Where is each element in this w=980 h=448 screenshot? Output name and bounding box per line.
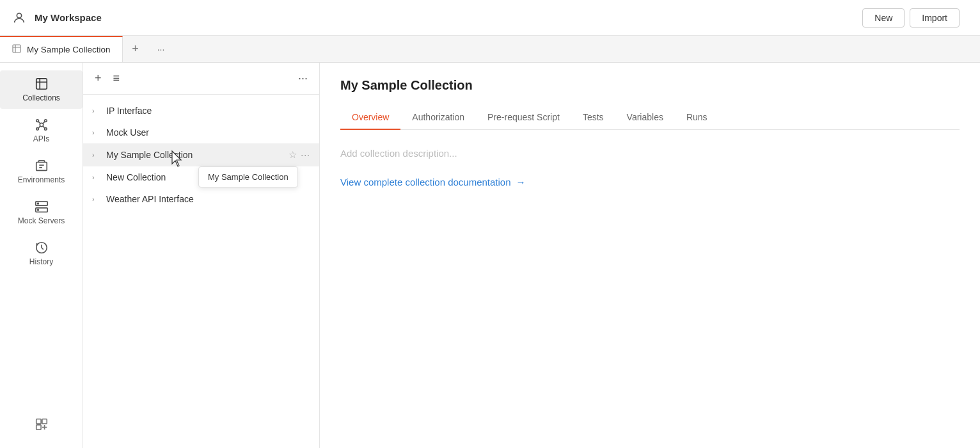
environments-icon bbox=[35, 159, 49, 173]
apis-icon bbox=[35, 118, 49, 132]
add-extension-icon bbox=[35, 417, 49, 431]
collections-more-button[interactable]: ··· bbox=[296, 69, 310, 88]
tab-overview[interactable]: Overview bbox=[340, 106, 400, 130]
content-body: Add collection description... View compl… bbox=[320, 130, 980, 448]
svg-line-9 bbox=[42, 122, 44, 124]
user-icon bbox=[10, 9, 28, 27]
collections-panel: + ≡ ··· › IP Interface › Mock User › My … bbox=[83, 63, 320, 448]
top-bar: My Workspace New Import bbox=[0, 0, 980, 36]
new-tab-button[interactable]: + bbox=[123, 36, 148, 62]
content-area: My Sample Collection Overview Authorizat… bbox=[320, 63, 980, 448]
svg-line-11 bbox=[42, 126, 44, 128]
add-extension-button[interactable] bbox=[0, 411, 83, 438]
main-layout: Collections APIs bbox=[0, 63, 980, 448]
tab-collection-icon bbox=[12, 44, 22, 56]
svg-point-4 bbox=[36, 120, 38, 122]
content-title: My Sample Collection bbox=[340, 78, 960, 93]
collection-more-button[interactable]: ··· bbox=[301, 150, 310, 160]
svg-line-8 bbox=[38, 122, 40, 124]
tab-runs[interactable]: Runs bbox=[675, 106, 719, 130]
collections-icon bbox=[35, 77, 49, 91]
collection-item-my-sample-collection[interactable]: › My Sample Collection ☆ ··· My Sample C… bbox=[83, 143, 319, 166]
collection-name: Mock User bbox=[106, 127, 310, 138]
docs-link[interactable]: View complete collection documentation → bbox=[340, 177, 960, 188]
import-button[interactable]: Import bbox=[910, 8, 960, 28]
workspace-area: My Workspace bbox=[10, 9, 138, 27]
mock-servers-icon bbox=[35, 200, 49, 214]
star-icon[interactable]: ☆ bbox=[288, 149, 297, 161]
sidebar-item-environments[interactable]: Environments bbox=[0, 152, 83, 191]
tab-tests[interactable]: Tests bbox=[571, 106, 615, 130]
chevron-right-icon: › bbox=[92, 107, 101, 115]
svg-point-18 bbox=[37, 209, 38, 211]
docs-link-text: View complete collection documentation bbox=[340, 177, 511, 188]
add-collection-button[interactable]: + bbox=[92, 69, 104, 88]
svg-rect-1 bbox=[13, 45, 20, 52]
collection-name: IP Interface bbox=[106, 106, 310, 116]
top-bar-buttons: New Import bbox=[862, 8, 960, 28]
collection-actions: ☆ ··· bbox=[288, 149, 310, 161]
svg-rect-12 bbox=[36, 163, 47, 171]
chevron-right-icon: › bbox=[92, 151, 101, 159]
svg-rect-21 bbox=[42, 419, 46, 424]
svg-rect-20 bbox=[36, 419, 40, 424]
sidebar-item-mock-servers-label: Mock Servers bbox=[18, 216, 65, 225]
tab-pre-request-script[interactable]: Pre-request Script bbox=[476, 106, 571, 130]
chevron-right-icon: › bbox=[92, 173, 101, 181]
sidebar-item-apis[interactable]: APIs bbox=[0, 111, 83, 150]
sidebar-item-collections[interactable]: Collections bbox=[0, 70, 83, 109]
svg-point-0 bbox=[17, 13, 21, 17]
new-button[interactable]: New bbox=[862, 8, 905, 28]
sidebar-icons: Collections APIs bbox=[0, 63, 83, 448]
content-tabs: Overview Authorization Pre-request Scrip… bbox=[340, 106, 960, 130]
tab-bar: My Sample Collection + ··· bbox=[0, 36, 980, 63]
workspace-name: My Workspace bbox=[35, 12, 102, 23]
sidebar-item-history-label: History bbox=[29, 257, 53, 266]
arrow-icon: → bbox=[516, 177, 526, 188]
collection-item-mock-user[interactable]: › Mock User bbox=[83, 122, 319, 143]
filter-collections-button[interactable]: ≡ bbox=[111, 69, 123, 88]
svg-point-6 bbox=[36, 128, 38, 131]
svg-rect-22 bbox=[36, 425, 40, 429]
sidebar-item-mock-servers[interactable]: Mock Servers bbox=[0, 193, 83, 232]
content-header: My Sample Collection Overview Authorizat… bbox=[320, 63, 980, 130]
tab-variables[interactable]: Variables bbox=[615, 106, 675, 130]
description-placeholder[interactable]: Add collection description... bbox=[340, 148, 960, 159]
svg-point-7 bbox=[44, 128, 47, 131]
tab-authorization[interactable]: Authorization bbox=[400, 106, 476, 130]
sidebar-item-collections-label: Collections bbox=[22, 93, 60, 102]
sidebar-item-apis-label: APIs bbox=[33, 134, 49, 143]
svg-line-10 bbox=[38, 126, 40, 128]
svg-point-5 bbox=[44, 120, 47, 122]
active-tab-label: My Sample Collection bbox=[27, 45, 111, 54]
collection-tooltip: My Sample Collection bbox=[198, 166, 298, 188]
sidebar-item-history[interactable]: History bbox=[0, 234, 83, 273]
collection-name: My Sample Collection bbox=[106, 150, 283, 160]
collection-name: Weather API Interface bbox=[106, 194, 310, 204]
svg-rect-2 bbox=[36, 79, 47, 90]
chevron-right-icon: › bbox=[92, 195, 101, 203]
history-icon bbox=[35, 241, 49, 255]
sidebar-item-environments-label: Environments bbox=[18, 175, 65, 184]
collections-list: › IP Interface › Mock User › My Sample C… bbox=[83, 95, 319, 448]
svg-point-17 bbox=[37, 203, 38, 204]
collection-item-weather-api-interface[interactable]: › Weather API Interface bbox=[83, 188, 319, 210]
collection-item-ip-interface[interactable]: › IP Interface bbox=[83, 100, 319, 122]
active-tab[interactable]: My Sample Collection bbox=[0, 36, 123, 62]
chevron-right-icon: › bbox=[92, 129, 101, 136]
tab-more-button[interactable]: ··· bbox=[148, 36, 174, 62]
collections-toolbar: + ≡ ··· bbox=[83, 63, 319, 95]
